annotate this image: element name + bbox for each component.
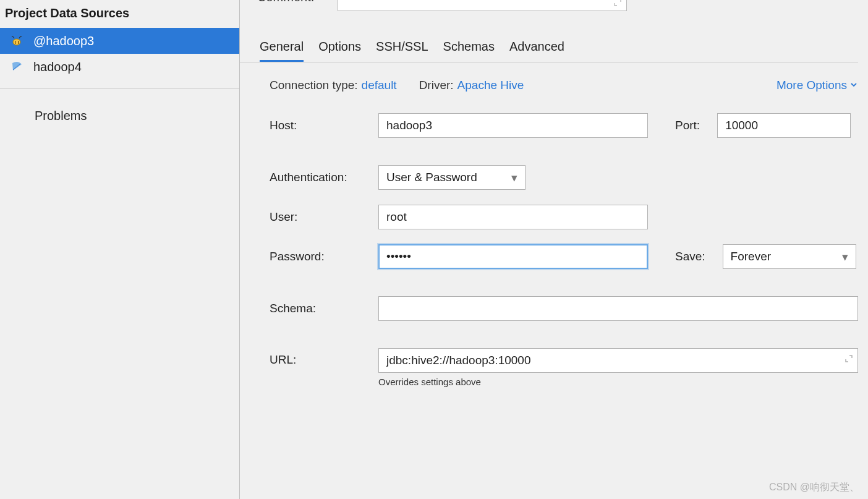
user-input[interactable] [378, 205, 648, 229]
svg-point-0 [13, 39, 20, 45]
hive-icon [10, 34, 23, 48]
sidebar: Project Data Sources @hadoop3 hadoop4 Pr… [0, 0, 240, 499]
main-panel: Comment: General Options SSH/SSL Schemas… [240, 0, 868, 499]
schema-input[interactable] [378, 296, 858, 321]
tabs: General Options SSH/SSL Schemas Advanced [260, 40, 858, 62]
comment-row: Comment: [257, 0, 858, 14]
auth-label: Authentication: [270, 171, 378, 184]
more-options-label: More Options [777, 79, 847, 92]
host-label: Host: [270, 119, 378, 132]
chevron-down-icon: ▾ [511, 171, 517, 185]
connection-type-link[interactable]: default [362, 79, 397, 92]
database-feather-icon [10, 60, 23, 74]
more-options-link[interactable]: More Options [777, 79, 858, 92]
tab-general[interactable]: General [260, 40, 304, 62]
tabs-underline [240, 62, 858, 62]
driver-label: Driver: [419, 79, 454, 92]
comment-field[interactable] [338, 0, 627, 11]
watermark: CSDN @响彻天堂、 [769, 481, 859, 494]
url-wrap: Overrides settings above [378, 348, 858, 387]
auth-row: Authentication: User & Password ▾ [270, 165, 858, 190]
user-row: User: [270, 205, 858, 229]
comment-label: Comment: [257, 0, 338, 4]
sidebar-section-title: Project Data Sources [0, 0, 239, 28]
port-input[interactable] [717, 113, 851, 138]
expand-icon[interactable] [845, 353, 853, 366]
chevron-down-icon [849, 79, 858, 92]
url-note: Overrides settings above [378, 377, 858, 387]
expand-icon[interactable] [614, 0, 621, 8]
connection-info-row: Connection type: default Driver: Apache … [270, 79, 858, 92]
host-input[interactable] [378, 113, 648, 138]
data-source-item-hadoop3[interactable]: @hadoop3 [0, 28, 239, 54]
password-input[interactable] [378, 244, 648, 269]
tab-schemas[interactable]: Schemas [443, 40, 495, 62]
data-source-item-hadoop4[interactable]: hadoop4 [0, 54, 239, 80]
tab-ssh-ssl[interactable]: SSH/SSL [376, 40, 428, 62]
user-label: User: [270, 210, 378, 224]
host-row: Host: Port: [270, 113, 858, 138]
tree-item-label: @hadoop3 [33, 34, 94, 48]
sidebar-divider [0, 88, 239, 89]
port-label: Port: [675, 119, 700, 132]
connection-form: Host: Port: Authentication: User & Passw… [270, 113, 858, 387]
url-label: URL: [270, 348, 378, 367]
tab-advanced[interactable]: Advanced [509, 40, 564, 62]
svg-rect-1 [15, 41, 15, 44]
password-label: Password: [270, 250, 378, 263]
schema-row: Schema: [270, 296, 858, 321]
connection-type-label: Connection type: [270, 79, 358, 92]
svg-rect-2 [18, 41, 19, 44]
driver-link[interactable]: Apache Hive [457, 79, 524, 92]
chevron-down-icon: ▾ [842, 250, 848, 264]
url-input[interactable] [378, 348, 858, 373]
save-label: Save: [675, 250, 705, 263]
sidebar-problems[interactable]: Problems [0, 95, 239, 123]
url-row: URL: Overrides settings above [270, 348, 858, 387]
password-row: Password: Save: Forever ▾ [270, 244, 858, 269]
auth-select-value: User & Password [386, 171, 477, 184]
save-select-value: Forever [731, 250, 771, 263]
tree-item-label: hadoop4 [33, 60, 82, 74]
tab-options[interactable]: Options [318, 40, 361, 62]
auth-select[interactable]: User & Password ▾ [378, 165, 525, 190]
save-select[interactable]: Forever ▾ [723, 244, 856, 269]
schema-label: Schema: [270, 302, 378, 315]
